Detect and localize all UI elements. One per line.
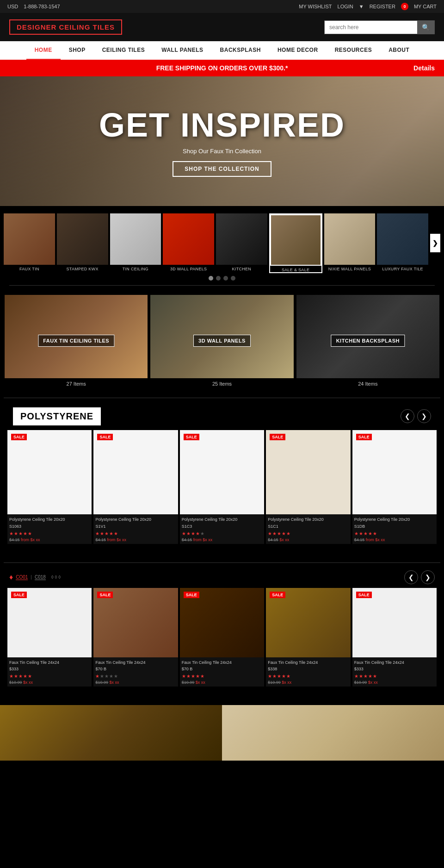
polystyrene-product-grid: SALE Polystyrene Ceiling Tile 20x20 S106… xyxy=(4,430,440,553)
bottom-strip-left[interactable] xyxy=(0,705,222,761)
logo[interactable]: DESIGNER CEILING TILES xyxy=(9,19,122,35)
poly-stars-3: ★ ★ ★ ★ ★ xyxy=(268,531,348,536)
nav-resources[interactable]: RESOURCES xyxy=(327,41,381,60)
hero-button[interactable]: SHOP THE COLLECTION xyxy=(173,161,271,177)
sale-badge-2: SALE xyxy=(184,434,199,440)
faux-sale-badge-3: SALE xyxy=(270,592,285,598)
feat-cat-faux-tin[interactable]: FAUX TIN CEILING TILES 27 Items xyxy=(5,295,148,387)
faux-price-4: $10.99 $x xx xyxy=(354,680,435,685)
faux-stars-4: ★ ★ ★ ★ ★ xyxy=(354,674,435,679)
nav-home-decor[interactable]: HOME DECOR xyxy=(269,41,327,60)
faux-product-info-2: Faux Tin Ceiling Tile 24x24 $70 B ★ ★ ★ … xyxy=(180,657,264,687)
poly-product-2[interactable]: SALE Polystyrene Ceiling Tile 20x20 S1C3… xyxy=(180,430,264,544)
faux-price-0: $10.99 $x xx xyxy=(9,680,90,685)
faux-tin-section: ♦ CO01 | C018 ◊ ◊ ◊ ❮ ❯ SALE Faux Tin Ce… xyxy=(0,562,444,696)
faux-product-sku-4: $333 xyxy=(354,667,435,672)
poly-product-img-0 xyxy=(7,430,92,514)
thumb-nixie[interactable]: NIXIE WALL PANELS xyxy=(324,213,376,271)
nav-wall-panels[interactable]: WALL PANELS xyxy=(153,41,211,60)
feat-count-3d-wall: 25 Items xyxy=(150,381,293,387)
faux-cat-icon2: ◊ ◊ ◊ xyxy=(51,575,61,580)
poly-price-1: $4.15 from $x xx xyxy=(95,537,176,542)
header: DESIGNER CEILING TILES 🔍 xyxy=(0,13,444,41)
faux-prev-btn[interactable]: ❮ xyxy=(404,570,418,584)
faux-product-info-0: Faux Tin Ceiling Tile 24x24 $333 ★ ★ ★ ★… xyxy=(7,657,92,687)
register-link[interactable]: REGISTER xyxy=(370,4,395,9)
dot-3 xyxy=(223,276,228,281)
faux-product-info-1: Faux Tin Ceiling Tile 24x24 $70 B ★ ★ ★ … xyxy=(93,657,178,687)
faux-cat-icon: ♦ xyxy=(9,573,13,581)
poly-stars-4: ★ ★ ★ ★ ★ xyxy=(354,531,435,536)
faux-product-sku-2: $70 B xyxy=(182,667,262,672)
faux-product-0[interactable]: SALE Faux Tin Ceiling Tile 24x24 $333 ★ … xyxy=(7,588,92,687)
wishlist-link[interactable]: MY WISHLIST xyxy=(299,4,332,9)
faux-product-2[interactable]: SALE Faux Tin Ceiling Tile 24x24 $70 B ★… xyxy=(180,588,264,687)
faux-price-2: $10.99 $x xx xyxy=(182,680,262,685)
thumb-faux-tin[interactable]: FAUX TIN xyxy=(4,213,55,271)
hero-title: GET INSPIRED xyxy=(99,106,345,144)
nav-shop[interactable]: SHOP xyxy=(61,41,94,60)
poly-product-0[interactable]: SALE Polystyrene Ceiling Tile 20x20 S106… xyxy=(7,430,92,544)
sale-badge-3: SALE xyxy=(270,434,285,440)
thumb-3d-wall[interactable]: 3D WALL PANELS xyxy=(163,213,214,271)
feat-label-3d-wall: 3D WALL PANELS xyxy=(193,335,251,347)
login-arrow: ▼ xyxy=(359,4,364,9)
bottom-strip-right[interactable] xyxy=(222,705,444,761)
promo-details[interactable]: Details xyxy=(413,64,435,72)
usd-label: USD xyxy=(7,4,18,9)
poly-product-4[interactable]: SALE Polystyrene Ceiling Tile 20x20 S1DB… xyxy=(352,430,437,544)
faux-product-img-0 xyxy=(7,588,92,657)
poly-product-3[interactable]: SALE Polystyrene Ceiling Tile 20x20 S1C1… xyxy=(266,430,350,544)
faux-product-name-1: Faux Tin Ceiling Tile 24x24 xyxy=(95,660,176,666)
phone-number: 1-888-783-1547 xyxy=(24,4,60,9)
poly-product-name-4: Polystyrene Ceiling Tile 20x20 xyxy=(354,517,435,523)
thumb-tin-ceiling[interactable]: TIN CEILING xyxy=(110,213,161,271)
thumb-sale[interactable]: SALE & SALE xyxy=(269,213,322,273)
promo-text: FREE SHIPPING ON ORDERS OVER $300.* xyxy=(156,64,288,72)
faux-sale-badge-0: SALE xyxy=(11,592,27,598)
thumb-luxury[interactable]: LUXURY FAUX TILE xyxy=(377,213,428,271)
faux-tin-product-grid: SALE Faux Tin Ceiling Tile 24x24 $333 ★ … xyxy=(4,588,440,696)
poly-product-info-1: Polystyrene Ceiling Tile 20x20 S1V1 ★ ★ … xyxy=(93,514,178,543)
cart-badge: 0 xyxy=(401,3,408,10)
faux-product-4[interactable]: SALE Faux Tin Ceiling Tile 24x24 $333 ★ … xyxy=(352,588,437,687)
category-thumbs: FAUX TIN STAMPED KWX TIN CEILING 3D WALL… xyxy=(0,206,444,285)
nav-about[interactable]: ABOUT xyxy=(380,41,418,60)
faux-cat-label1[interactable]: CO01 xyxy=(16,575,28,580)
search-input[interactable] xyxy=(325,21,417,34)
faux-cat-sep: | xyxy=(31,575,32,580)
section-header-polystyrene: POLYSTYRENE ❮ ❯ xyxy=(4,398,440,430)
bottom-strip xyxy=(0,705,444,761)
dot-1 xyxy=(209,276,213,281)
top-bar: USD 1-888-783-1547 MY WISHLIST LOGIN ▼ R… xyxy=(0,0,444,13)
faux-product-3[interactable]: SALE Faux Tin Ceiling Tile 24x24 $338 ★ … xyxy=(266,588,350,687)
faux-product-info-3: Faux Tin Ceiling Tile 24x24 $338 ★ ★ ★ ★… xyxy=(266,657,350,687)
faux-tin-section-header: ♦ CO01 | C018 ◊ ◊ ◊ ❮ ❯ xyxy=(4,563,440,588)
poly-prev-btn[interactable]: ❮ xyxy=(401,409,414,423)
faux-price-1: $10.99 $x xx xyxy=(95,680,176,685)
nav-home[interactable]: HOME xyxy=(26,41,61,60)
poly-next-btn[interactable]: ❯ xyxy=(417,409,431,423)
poly-product-name-3: Polystyrene Ceiling Tile 20x20 xyxy=(268,517,348,523)
poly-price-0: $4.15 from $x xx xyxy=(9,537,90,542)
thumb-stamped[interactable]: STAMPED KWX xyxy=(57,213,108,271)
poly-product-1[interactable]: SALE Polystyrene Ceiling Tile 20x20 S1V1… xyxy=(93,430,178,544)
poly-product-name-2: Polystyrene Ceiling Tile 20x20 xyxy=(182,517,262,523)
faux-product-1[interactable]: SALE Faux Tin Ceiling Tile 24x24 $70 B ★… xyxy=(93,588,178,687)
dot-2 xyxy=(216,276,221,281)
faux-stars-3: ★ ★ ★ ★ ★ xyxy=(268,674,348,679)
login-link[interactable]: LOGIN xyxy=(338,4,353,9)
search-button[interactable]: 🔍 xyxy=(417,21,434,34)
feat-cat-3d-wall[interactable]: 3D WALL PANELS 25 Items xyxy=(150,295,293,387)
cart-link[interactable]: MY CART xyxy=(414,4,437,9)
thumb-kitchen[interactable]: KITCHEN xyxy=(216,213,267,271)
faux-product-img-3 xyxy=(266,588,350,657)
faux-product-name-3: Faux Tin Ceiling Tile 24x24 xyxy=(268,660,348,666)
faux-next-btn[interactable]: ❯ xyxy=(421,570,435,584)
nav-backsplash[interactable]: BACKSPLASH xyxy=(212,41,269,60)
thumbs-next-button[interactable]: ❯ xyxy=(430,234,440,252)
poly-product-info-3: Polystyrene Ceiling Tile 20x20 S1C1 ★ ★ … xyxy=(266,514,350,543)
feat-cat-kitchen[interactable]: KITCHEN BACKSPLASH 24 Items xyxy=(296,295,439,387)
faux-cat-label2[interactable]: C018 xyxy=(35,575,46,580)
nav-ceiling-tiles[interactable]: CEILING TILES xyxy=(94,41,154,60)
